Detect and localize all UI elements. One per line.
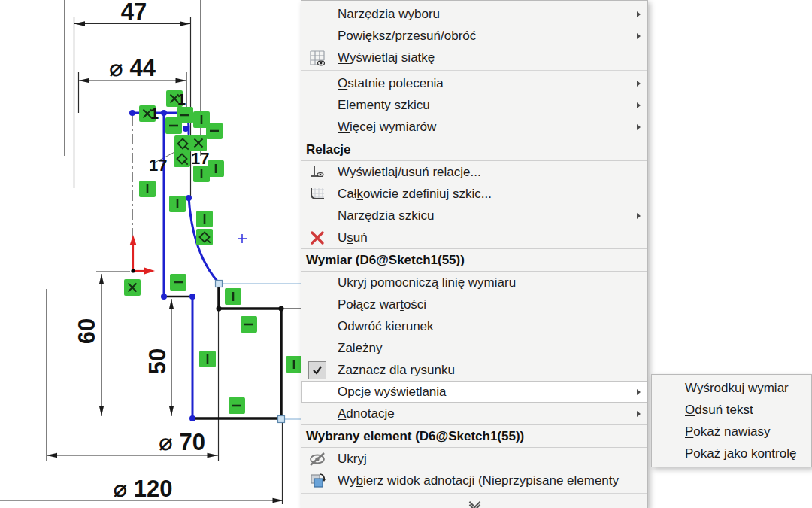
vertical-relation-icon <box>169 196 186 212</box>
menu-item-label: Wyświetlaj siatkę <box>338 50 435 65</box>
menu-item-label: Pokaż jako kontrolę <box>685 446 796 461</box>
submenu-arrow-icon <box>637 213 641 219</box>
menu-item-wybierz-widok-adnotacji[interactable]: Wybierz widok adnotacji (Nieprzypisane e… <box>301 470 647 491</box>
horizontal-relation-icon <box>229 397 245 414</box>
menu-item-adnotacje[interactable]: Adnotacje <box>301 403 647 424</box>
menu-item-zalezny[interactable]: Zależny <box>301 337 647 359</box>
menu-item-label: Zależny <box>338 341 383 356</box>
submenu-arrow-icon <box>637 33 641 39</box>
menu-item-ostatnie-polecenia[interactable]: Ostatnie polecenia <box>301 72 647 94</box>
vertical-relation-icon <box>208 160 224 177</box>
menu-item-ukryj[interactable]: Ukryj <box>301 448 647 470</box>
vertical-relation-icon <box>196 211 213 227</box>
section-header-relacje: Relacje <box>301 138 647 161</box>
menu-item-label: Pokaż nawiasy <box>685 424 770 440</box>
menu-item-label: Opcje wyświetlania <box>338 385 447 400</box>
menu-item-label: Narzędzia wyboru <box>338 7 440 22</box>
menu-item-wyswietlaj-siatke[interactable]: Wyświetlaj siatkę <box>301 47 647 68</box>
submenu-arrow-icon <box>637 124 641 130</box>
menu-item-powieksz-przesun-obroc[interactable]: Powiększ/przesuń/obróć <box>301 25 647 47</box>
menu-item-label: Odwróć kierunek <box>338 319 434 334</box>
menu-item-label: Zaznacz dla rysunku <box>338 363 455 378</box>
vertical-relation-icon <box>286 356 302 373</box>
menu-item-label: Ostatnie polecenia <box>338 76 444 91</box>
dim-120-label[interactable]: ⌀ 120 <box>114 476 173 502</box>
origin-triad <box>130 235 156 275</box>
menu-item-narzedzia-szkicu[interactable]: Narzędzia szkicu <box>301 205 647 227</box>
pointer-cross-icon <box>238 234 247 243</box>
menu-item-narzedzia-wyboru[interactable]: Narzędzia wyboru <box>301 3 647 25</box>
eye-slash-icon <box>307 449 328 470</box>
dim-50-label[interactable]: 50 <box>144 348 171 374</box>
submenu-arrow-icon <box>637 81 641 87</box>
mark-1-label: 1 <box>177 91 186 108</box>
dim-47-label[interactable]: 47 <box>121 0 147 25</box>
menu-item-label: Elementy szkicu <box>338 98 430 113</box>
dim-44-label[interactable]: ⌀ 44 <box>109 55 156 81</box>
submenu-item-pokaz-jako-kontrole[interactable]: Pokaż jako kontrolę <box>652 443 811 464</box>
submenu-arrow-icon <box>637 102 641 108</box>
menu-item-label: Adnotacje <box>338 406 395 421</box>
menu-item-label: Odsuń tekst <box>685 403 753 418</box>
menu-item-label: Ukryj pomocniczą linię wymiaru <box>338 275 516 291</box>
vertical-relation-icon <box>193 166 210 182</box>
grid-eye-icon <box>307 47 328 68</box>
menu-item-opcje-wyswietlania[interactable]: Opcje wyświetlania <box>301 381 647 403</box>
sketch-grid-icon <box>307 184 328 205</box>
menu-item-label: Wyśrodkuj wymiar <box>685 381 789 396</box>
vertical-relation-icon <box>139 181 156 197</box>
menu-expand-button[interactable] <box>301 495 647 508</box>
menu-item-wiecej-wymiarow[interactable]: Więcej wymiarów <box>301 116 647 138</box>
display-options-submenu: Wyśrodkuj wymiar Odsuń tekst Pokaż nawia… <box>651 374 812 467</box>
horizontal-relation-icon <box>170 274 186 291</box>
menu-item-polacz-wartosci[interactable]: Połącz wartości <box>301 294 647 315</box>
menu-item-ukryj-pomocnicza-linie[interactable]: Ukryj pomocniczą linię wymiaru <box>301 272 647 294</box>
chevron-double-down-icon <box>471 498 479 508</box>
menu-item-zaznacz-dla-rysunku[interactable]: Zaznacz dla rysunku <box>301 359 647 381</box>
annotation-view-icon <box>307 470 328 491</box>
submenu-arrow-icon <box>637 411 641 417</box>
horizontal-relation-icon <box>241 316 257 333</box>
app-screen: 47 ⌀ 44 60 50 ⌀ 70 ⌀ 120 17 17 1 1 Narzę… <box>0 0 812 508</box>
dimension-handle <box>278 416 285 423</box>
checked-checkbox-icon <box>307 360 328 381</box>
sketch-profile-black[interactable] <box>164 284 281 418</box>
menu-item-label: Więcej wymiarów <box>338 120 436 135</box>
submenu-item-pokaz-nawiasy[interactable]: Pokaż nawiasy <box>652 421 811 443</box>
menu-separator <box>301 70 647 71</box>
submenu-item-wysrodkuj-wymiar[interactable]: Wyśrodkuj wymiar <box>652 377 811 399</box>
dim-60-label[interactable]: 60 <box>74 318 100 344</box>
dim-17-label[interactable]: 17 <box>149 156 167 175</box>
dim-70-label[interactable]: ⌀ 70 <box>159 429 205 455</box>
fixed-relation-icon <box>124 279 141 296</box>
menu-separator <box>301 493 647 494</box>
tangent-relation-icon <box>174 135 191 152</box>
context-menu: Narzędzia wyboru Powiększ/przesuń/obróć … <box>301 0 648 508</box>
dim-17-label[interactable]: 17 <box>191 149 209 168</box>
menu-item-label: Ukryj <box>338 452 367 467</box>
submenu-item-odsun-tekst[interactable]: Odsuń tekst <box>652 399 811 421</box>
tangent-relation-icon <box>174 151 190 167</box>
menu-item-calkowicie-zdefiniuj-szkic[interactable]: Całkowicie zdefiniuj szkic... <box>301 183 647 205</box>
perpendicular-eye-icon <box>307 162 328 183</box>
mark-1-label: 1 <box>150 105 159 122</box>
menu-item-label: Narzędzia szkicu <box>338 208 435 224</box>
tangent-relation-icon <box>196 229 213 245</box>
section-header-wymiar: Wymiar (D6@Sketch1(55)) <box>301 248 647 272</box>
dimension-handle <box>216 281 223 287</box>
submenu-arrow-icon <box>637 11 641 17</box>
vertical-relation-icon <box>225 288 241 305</box>
submenu-arrow-icon <box>637 389 641 395</box>
menu-item-elementy-szkicu[interactable]: Elementy szkicu <box>301 94 647 116</box>
menu-item-usun[interactable]: Usuń <box>301 227 647 248</box>
menu-item-label: Powiększ/przesuń/obróć <box>338 29 476 44</box>
menu-item-odwroc-kierunek[interactable]: Odwróć kierunek <box>301 315 647 337</box>
vertical-relation-icon <box>199 351 216 367</box>
menu-item-label: Wybierz widok adnotacji (Nieprzypisane e… <box>338 473 619 488</box>
delete-x-icon <box>307 227 328 248</box>
menu-item-label: Całkowicie zdefiniuj szkic... <box>338 187 492 202</box>
menu-item-wyswietlaj-usun-relacje[interactable]: Wyświetlaj/usuń relacje... <box>301 161 647 183</box>
section-header-wybrany-element: Wybrany element (D6@Sketch1(55)) <box>301 424 647 448</box>
menu-item-label: Usuń <box>338 230 368 245</box>
horizontal-relation-icon <box>206 123 223 139</box>
